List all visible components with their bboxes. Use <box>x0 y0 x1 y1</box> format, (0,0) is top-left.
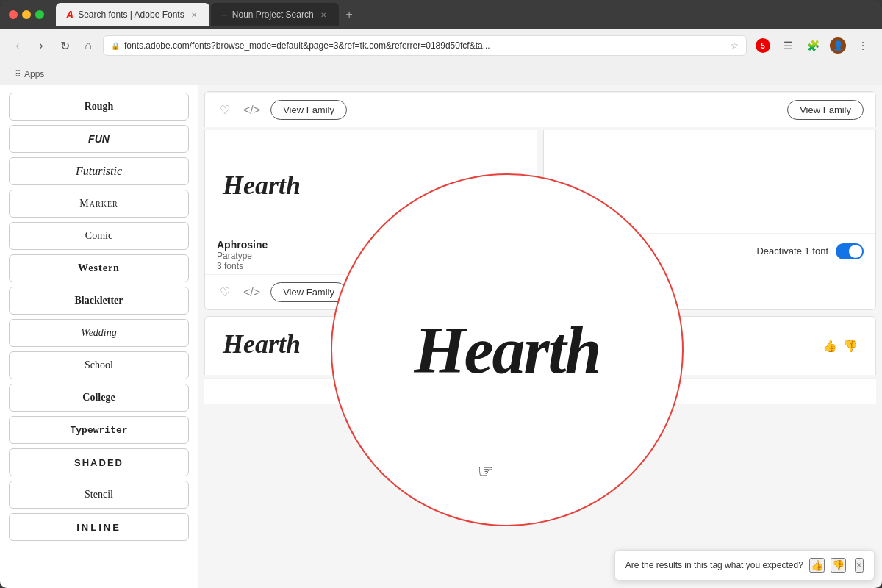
aphrosine-count: 3 fonts <box>217 261 525 271</box>
tab-close-noun[interactable]: ✕ <box>318 10 329 20</box>
feedback-thumbs-up[interactable]: 👍 <box>809 558 825 573</box>
category-futuristic-label: Futuristic <box>76 165 122 178</box>
tab-adobe-fonts[interactable]: A Search fonts | Adobe Fonts ✕ <box>56 3 209 26</box>
category-typewriter-label: Typewriter <box>70 425 127 436</box>
category-stencil[interactable]: Stencil <box>9 481 189 509</box>
category-futuristic[interactable]: Futuristic <box>9 157 189 185</box>
address-bar[interactable]: 🔒 fonts.adobe.com/fonts?browse_mode=defa… <box>103 35 747 56</box>
bottom-left-footer: 👍 👎 <box>204 378 537 404</box>
extensions-red-icon[interactable]: 5 <box>753 35 773 56</box>
category-fun-label: FUN <box>88 133 110 145</box>
bookmarks-bar: ⠿ Apps <box>0 62 882 85</box>
bookmark-apps[interactable]: ⠿ Apps <box>9 66 50 82</box>
hearth-card-body <box>544 130 875 233</box>
more-menu-button[interactable]: ⋮ <box>853 35 873 56</box>
bottom-footer-row: 👍 👎 <box>204 378 876 404</box>
apps-grid-icon: ⠿ <box>15 69 21 79</box>
category-school[interactable]: School <box>9 351 189 379</box>
tab-noun-project[interactable]: ··· Noun Project Search ✕ <box>211 3 339 26</box>
category-comic-label: Comic <box>85 230 112 242</box>
like-button-hearth[interactable]: ♡ <box>556 241 572 261</box>
hearth-card-footer: ♡ </> Deactivate 1 font <box>544 233 875 268</box>
category-rough-label: Rough <box>85 101 114 112</box>
category-fun[interactable]: FUN <box>9 125 189 153</box>
category-rough[interactable]: Rough <box>9 93 189 121</box>
hearth-active-card: ♡ </> Deactivate 1 font <box>543 130 876 310</box>
view-family-button-top-left[interactable]: View Family <box>270 100 347 120</box>
like-button-top[interactable]: ♡ <box>217 100 233 120</box>
aphrosine-card-body: Hearth <box>205 130 537 233</box>
category-western[interactable]: Western <box>9 254 189 282</box>
aphrosine-sample: Hearth <box>223 170 301 201</box>
category-blackletter[interactable]: Blackletter <box>9 287 189 315</box>
feedback-close-button[interactable]: × <box>855 558 864 573</box>
bottom-left-sample: Hearth <box>223 329 301 359</box>
bookmark-star[interactable]: ☆ <box>731 40 739 51</box>
like-button-aphrosine[interactable]: ♡ <box>217 282 233 302</box>
embed-button-top[interactable]: </> <box>240 101 263 120</box>
font-categories-sidebar: Rough FUN Futuristic Marker Comic Wester… <box>0 85 198 588</box>
aphrosine-card-info: Aphrosine Paratype 3 fonts <box>205 233 537 274</box>
category-wedding-label: Wedding <box>81 327 116 339</box>
aphrosine-card-left: Hearth Aphrosine Paratype 3 fonts ♡ </> … <box>204 130 537 310</box>
feedback-question: Are the results in this tag what you exp… <box>625 560 803 570</box>
activate-toggle[interactable] <box>836 243 864 259</box>
lock-icon: 🔒 <box>111 42 120 50</box>
reload-button[interactable]: ↻ <box>56 37 74 54</box>
maximize-button[interactable] <box>35 10 44 19</box>
top-partial-card: ♡ </> View Family View Family <box>204 91 876 127</box>
category-typewriter[interactable]: Typewriter <box>9 416 189 444</box>
aphrosine-font-name: Aphrosine <box>217 239 525 251</box>
tab-close-adobe[interactable]: ✕ <box>189 10 199 20</box>
browser-window: A Search fonts | Adobe Fonts ✕ ··· Noun … <box>0 0 882 588</box>
title-bar: A Search fonts | Adobe Fonts ✕ ··· Noun … <box>0 0 882 29</box>
main-font-panel: ♡ </> View Family View Family Hearth <box>198 85 882 588</box>
category-western-label: Western <box>78 262 120 274</box>
bottom-right-footer <box>543 378 876 404</box>
minimize-button[interactable] <box>22 10 31 19</box>
category-inline[interactable]: INLINE <box>9 513 189 541</box>
category-wedding[interactable]: Wedding <box>9 319 189 347</box>
thumbs-up-bottom-left[interactable]: 👍 <box>490 384 505 398</box>
cursor-hand-icon: ☞ <box>478 461 494 481</box>
category-marker[interactable]: Marker <box>9 190 189 218</box>
feedback-thumbs-down[interactable]: 👎 <box>831 558 846 573</box>
thumbs-down-bottom-left[interactable]: 👎 <box>511 384 526 398</box>
close-button[interactable] <box>9 10 18 19</box>
feedback-toast: Are the results in this tag what you exp… <box>614 550 875 581</box>
tab-noun-label: Noun Project Search <box>232 10 314 20</box>
profile-icon[interactable]: 👤 <box>828 35 848 56</box>
back-button[interactable]: ‹ <box>9 37 26 54</box>
nav-bar: ‹ › ↻ ⌂ 🔒 fonts.adobe.com/fonts?browse_m… <box>0 29 882 62</box>
category-blackletter-label: Blackletter <box>74 295 123 306</box>
category-marker-label: Marker <box>79 198 118 209</box>
aphrosine-cards-row: Hearth Aphrosine Paratype 3 fonts ♡ </> … <box>204 127 876 313</box>
thumbs-up-bottom-right[interactable]: 👍 <box>822 339 837 353</box>
bottom-right-card: 👍 👎 <box>543 316 876 375</box>
top-partial-footer: ♡ </> View Family View Family <box>205 92 875 127</box>
bottom-cards-row: Hearth 👍 👎 <box>204 313 876 378</box>
category-school-label: School <box>85 359 113 371</box>
puzzle-icon[interactable]: 🧩 <box>803 35 823 56</box>
address-text: fonts.adobe.com/fonts?browse_mode=defaul… <box>124 40 490 51</box>
embed-button-hearth[interactable]: </> <box>579 242 602 261</box>
bookmark-apps-label: Apps <box>24 69 44 79</box>
content-area: Rough FUN Futuristic Marker Comic Wester… <box>0 85 882 588</box>
embed-button-aphrosine[interactable]: </> <box>240 283 263 302</box>
tab-adobe-fonts-label: Search fonts | Adobe Fonts <box>78 10 184 20</box>
category-college-label: College <box>82 392 115 404</box>
forward-button[interactable]: › <box>32 37 50 54</box>
category-inline-label: INLINE <box>76 522 121 533</box>
deactivate-label: Deactivate 1 font <box>756 245 828 257</box>
category-shaded[interactable]: SHADED <box>9 448 189 476</box>
view-family-button-top-right[interactable]: View Family <box>787 100 864 120</box>
category-college[interactable]: College <box>9 384 189 412</box>
thumbs-down-bottom-right[interactable]: 👎 <box>843 339 858 353</box>
note-icon[interactable]: ☰ <box>778 35 798 56</box>
bottom-left-card: Hearth <box>204 316 537 375</box>
new-tab-button[interactable]: + <box>340 8 359 21</box>
view-family-button-aphrosine[interactable]: View Family <box>270 282 347 302</box>
home-button[interactable]: ⌂ <box>79 37 97 54</box>
adobe-favicon: A <box>66 9 74 21</box>
category-comic[interactable]: Comic <box>9 222 189 250</box>
